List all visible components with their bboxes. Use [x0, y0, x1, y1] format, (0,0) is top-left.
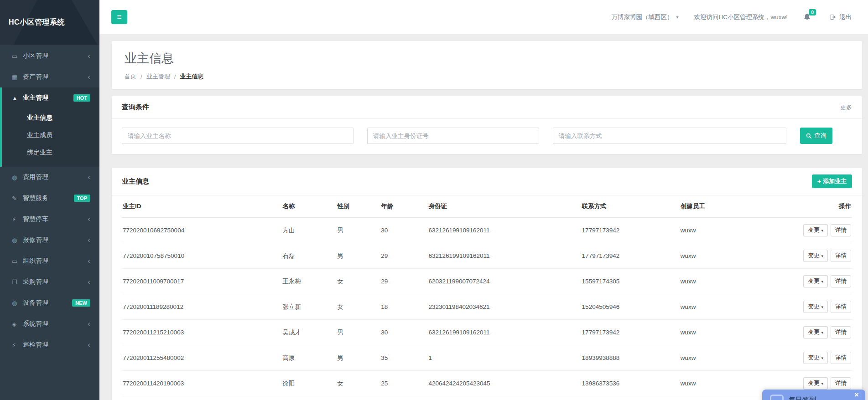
sidebar-item-repair[interactable]: ◍ 报修管理 ‹ — [0, 230, 99, 251]
fees-globe-icon: ◍ — [12, 174, 23, 181]
col-actions: 操作 — [764, 195, 852, 218]
cell-name: 高原 — [279, 345, 333, 371]
table-panel-header: 业主信息 + 添加业主 — [112, 168, 862, 195]
detail-button[interactable]: 详情 — [831, 301, 851, 313]
cell-idcard: 620321199007072424 — [425, 269, 578, 294]
org-monitor-icon: ▭ — [12, 258, 23, 265]
sidebar-item-inspection[interactable]: ⚡ 巡检管理 ‹ — [0, 334, 99, 355]
cell-age: 29 — [377, 269, 425, 294]
change-button[interactable]: 变更▾ — [803, 326, 828, 338]
owner-table-panel: 业主信息 + 添加业主 业主ID 名称 性别 — [111, 167, 863, 400]
detail-button[interactable]: 详情 — [831, 352, 851, 364]
assets-icon: ▦ — [12, 74, 23, 81]
sidebar-toggle-button[interactable]: ≡ — [111, 10, 127, 24]
change-button[interactable]: 变更▾ — [803, 275, 828, 287]
chevron-left-icon: ‹ — [88, 343, 90, 347]
breadcrumb-home[interactable]: 首页 — [125, 72, 136, 81]
col-age: 年龄 — [377, 195, 425, 218]
owner-name-input[interactable] — [122, 128, 353, 144]
search-button[interactable]: 查询 — [800, 128, 832, 144]
detail-button[interactable]: 详情 — [831, 326, 851, 338]
owner-submenu: 业主信息 业主成员 绑定业主 — [2, 108, 99, 167]
sidebar-item-owner-management[interactable]: ▲ 业主管理 HOT — [2, 87, 99, 108]
chevron-left-icon: ‹ — [88, 175, 90, 179]
table-row: 772020011420190003 徐阳 女 25 4206424242054… — [122, 371, 852, 396]
cell-idcard — [425, 396, 578, 400]
cell-phone: 15597174305 — [578, 269, 677, 294]
caret-down-icon: ▾ — [821, 330, 823, 335]
detail-button[interactable]: 详情 — [831, 224, 851, 236]
notification-bell[interactable]: 0 — [803, 13, 811, 21]
contact-input[interactable] — [553, 128, 786, 144]
cell-creator: wuxw — [677, 243, 764, 269]
breadcrumb-owner-management[interactable]: 业主管理 — [146, 72, 170, 81]
cell-owner-id: 772020011189280012 — [122, 294, 279, 320]
change-button[interactable]: 变更▾ — [803, 301, 828, 313]
cell-creator: wuxw — [677, 269, 764, 294]
top-bar-right: 万博家博园（城西区） ▾ 欢迎访问HC小区管理系统，wuxw! 0 退出 — [611, 13, 852, 21]
caret-down-icon: ▾ — [821, 356, 823, 360]
submenu-item-owner-info[interactable]: 业主信息 — [2, 109, 99, 127]
sidebar-item-device[interactable]: ◍ 设备管理 NEW — [0, 292, 99, 313]
sidebar-item-fees[interactable]: ◍ 费用管理 ‹ — [0, 167, 99, 188]
breadcrumb: 首页 / 业主管理 / 业主信息 — [125, 72, 849, 81]
logout-button[interactable]: 退出 — [829, 13, 852, 21]
cell-name: 张立新 — [279, 294, 333, 320]
close-icon[interactable]: × — [854, 391, 859, 399]
query-panel-header: 查询条件 更多 — [112, 96, 862, 119]
sidebar-group-owner-management: ▲ 业主管理 HOT 业主信息 业主成员 绑定业主 — [0, 87, 99, 167]
cell-gender: 男 — [333, 396, 377, 400]
col-owner-id: 业主ID — [122, 195, 279, 218]
table-row: 772020012070870040 胡德 男 30 13776644873 w… — [122, 396, 852, 400]
submenu-item-owner-members[interactable]: 业主成员 — [2, 127, 99, 144]
chevron-left-icon: ‹ — [88, 259, 90, 263]
detail-button[interactable]: 详情 — [831, 275, 851, 287]
chevron-left-icon: ‹ — [88, 322, 90, 326]
inspection-bolt-icon: ⚡ — [12, 342, 23, 349]
cell-name: 胡德 — [279, 396, 333, 400]
cell-idcard: 632126199109162011 — [425, 243, 578, 269]
add-owner-button[interactable]: + 添加业主 — [812, 174, 852, 188]
toast-body: 每日签到 — [762, 390, 865, 400]
change-button[interactable]: 变更▾ — [803, 224, 828, 236]
cell-gender: 女 — [333, 371, 377, 396]
cell-owner-id: 772020010758750010 — [122, 243, 279, 269]
cell-age: 29 — [377, 243, 425, 269]
change-button[interactable]: 变更▾ — [803, 377, 828, 390]
owner-table-wrap: 业主ID 名称 性别 年龄 身份证 联系方式 创建员工 操作 772020010 — [112, 195, 862, 400]
daily-signin-toast: × 每日签到 — [762, 390, 865, 400]
community-icon: ▭ — [12, 53, 23, 60]
col-creator: 创建员工 — [677, 195, 764, 218]
cell-idcard: 632126199109162011 — [425, 320, 578, 345]
notification-count-badge: 0 — [809, 9, 816, 15]
detail-button[interactable]: 详情 — [831, 377, 851, 390]
sidebar-item-organization[interactable]: ▭ 组织管理 ‹ — [0, 251, 99, 272]
cell-idcard: 420642424205423045 — [425, 371, 578, 396]
parking-bolt-icon: ⚡ — [12, 216, 23, 223]
change-button[interactable]: 变更▾ — [803, 352, 828, 364]
sidebar-item-system[interactable]: ◈ 系统管理 ‹ — [0, 313, 99, 334]
cell-name: 吴成才 — [279, 320, 333, 345]
cell-age: 25 — [377, 371, 425, 396]
more-link[interactable]: 更多 — [840, 103, 852, 112]
community-selector[interactable]: 万博家博园（城西区） ▾ — [611, 13, 678, 21]
cell-gender: 男 — [333, 218, 377, 243]
cell-owner-id: 772020012070870040 — [122, 396, 279, 400]
app-title: HC小区管理系统 — [9, 18, 65, 27]
cell-gender: 女 — [333, 294, 377, 320]
change-button[interactable]: 变更▾ — [803, 250, 828, 262]
owner-idcard-input[interactable] — [367, 128, 539, 144]
caret-down-icon: ▾ — [821, 305, 823, 309]
caret-down-icon: ▾ — [821, 381, 823, 386]
cell-phone: 15204505946 — [578, 294, 677, 320]
detail-button[interactable]: 详情 — [831, 250, 851, 262]
sidebar-item-community[interactable]: ▭ 小区管理 ‹ — [0, 46, 99, 67]
sidebar-item-smart-parking[interactable]: ⚡ 智慧停车 ‹ — [0, 209, 99, 230]
submenu-item-bind-owner[interactable]: 绑定业主 — [2, 144, 99, 161]
sidebar-item-smart-service[interactable]: ✎ 智慧服务 TOP — [0, 188, 99, 209]
cell-idcard: 232301198402034621 — [425, 294, 578, 320]
cell-creator: wuxw — [677, 345, 764, 371]
sidebar-item-purchase[interactable]: ❐ 采购管理 ‹ — [0, 272, 99, 292]
sidebar-item-assets[interactable]: ▦ 资产管理 ‹ — [0, 67, 99, 87]
cell-owner-id: 772020010692750004 — [122, 218, 279, 243]
